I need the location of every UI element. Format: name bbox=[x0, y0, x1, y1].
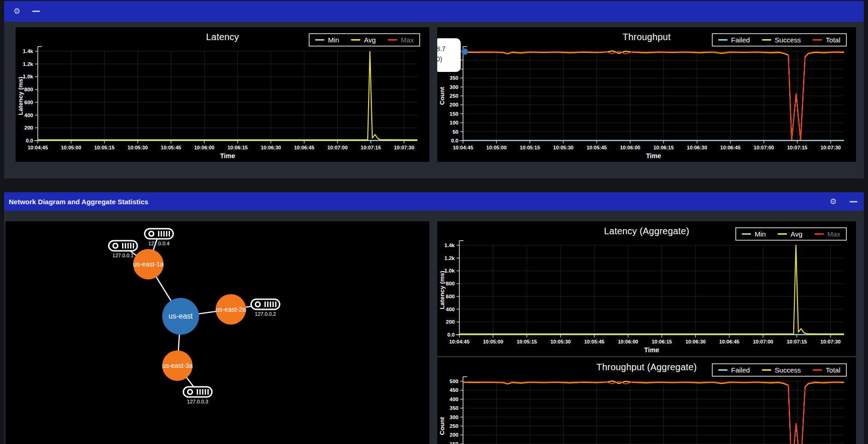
node-label: us-east-1a bbox=[133, 260, 164, 268]
svg-text:Latency (ms): Latency (ms) bbox=[439, 271, 446, 309]
svg-text:10:04:45: 10:04:45 bbox=[453, 145, 473, 150]
legend-label: Min bbox=[328, 36, 339, 44]
series-avg bbox=[459, 245, 844, 334]
legend-label: Avg bbox=[791, 230, 803, 238]
legend-item-success[interactable]: Success bbox=[762, 366, 801, 374]
svg-text:600: 600 bbox=[24, 100, 33, 105]
server-icon[interactable]: 127.0.0.2 bbox=[251, 299, 280, 317]
svg-text:10:07:15: 10:07:15 bbox=[787, 145, 807, 150]
svg-text:0.0: 0.0 bbox=[447, 332, 455, 337]
legend-label: Min bbox=[755, 230, 766, 238]
legend-item-total[interactable]: Total bbox=[813, 366, 840, 374]
svg-text:100: 100 bbox=[450, 120, 458, 125]
svg-text:450: 450 bbox=[450, 387, 458, 393]
svg-text:10:05:45: 10:05:45 bbox=[584, 339, 604, 344]
series-total bbox=[463, 381, 844, 444]
svg-text:400: 400 bbox=[24, 112, 33, 118]
svg-text:Latency (ms): Latency (ms) bbox=[17, 77, 24, 115]
network-node-us-east-1a[interactable]: us-east-1a bbox=[133, 249, 164, 279]
legend-swatch bbox=[815, 233, 824, 235]
server-icon[interactable]: 127.0.0.4 bbox=[145, 229, 173, 246]
legend-item-min[interactable]: Min bbox=[742, 230, 766, 238]
svg-text:10:05:45: 10:05:45 bbox=[161, 145, 181, 150]
throughput-aggregate-chart-card: Throughput (Aggregate) FailedSuccessTota… bbox=[437, 357, 856, 444]
svg-text:1.0k: 1.0k bbox=[23, 74, 34, 79]
chart-legend: MinAvgMax bbox=[735, 227, 847, 241]
svg-text:0.0: 0.0 bbox=[451, 138, 458, 143]
legend-item-avg[interactable]: Avg bbox=[351, 36, 376, 44]
svg-text:1.2k: 1.2k bbox=[445, 255, 455, 261]
throughput-chart-card: Throughput FailedSuccessTotal 0.05010015… bbox=[437, 27, 856, 162]
legend-label: Success bbox=[775, 366, 801, 374]
legend-item-max[interactable]: Max bbox=[815, 230, 840, 238]
server-icon[interactable]: 127.0.0.3 bbox=[183, 387, 212, 404]
network-diagram-card: 127.0.0.1127.0.0.4127.0.0.2127.0.0.3us-e… bbox=[6, 221, 429, 444]
svg-text:10:06:15: 10:06:15 bbox=[228, 145, 248, 150]
svg-text:500: 500 bbox=[450, 379, 458, 384]
legend-item-failed[interactable]: Failed bbox=[718, 36, 750, 44]
node-label: us-east-2a bbox=[216, 306, 246, 313]
legend-swatch bbox=[813, 39, 822, 41]
svg-text:Count: Count bbox=[439, 87, 446, 105]
legend-item-total[interactable]: Total bbox=[813, 36, 840, 44]
chart-legend: FailedSuccessTotal bbox=[712, 33, 847, 47]
svg-text:10:05:15: 10:05:15 bbox=[94, 145, 115, 150]
gear-icon[interactable]: ⚙ bbox=[830, 198, 837, 206]
svg-text:200: 200 bbox=[24, 125, 33, 130]
svg-text:10:06:15: 10:06:15 bbox=[653, 145, 674, 150]
server-icon[interactable]: 127.0.0.1 bbox=[109, 241, 137, 258]
legend-swatch bbox=[778, 233, 787, 235]
legend-label: Failed bbox=[731, 36, 750, 44]
legend-swatch bbox=[351, 39, 360, 41]
svg-text:10:07:30: 10:07:30 bbox=[394, 145, 414, 150]
svg-text:10:06:00: 10:06:00 bbox=[618, 339, 638, 344]
node-label: us-east-3a bbox=[162, 362, 193, 369]
panel-timeseries-header: ⚙ bbox=[4, 1, 864, 22]
throughput-chart-plot[interactable]: 0.05010015020025030035040045050010:04:45… bbox=[437, 27, 856, 162]
legend-item-avg[interactable]: Avg bbox=[778, 230, 803, 238]
svg-text:1.4k: 1.4k bbox=[23, 48, 34, 54]
svg-text:10:06:00: 10:06:00 bbox=[620, 145, 640, 150]
legend-item-failed[interactable]: Failed bbox=[718, 366, 750, 374]
svg-text:10:07:30: 10:07:30 bbox=[821, 339, 841, 344]
svg-text:10:06:30: 10:06:30 bbox=[686, 339, 706, 344]
svg-text:800: 800 bbox=[446, 281, 455, 286]
svg-text:800: 800 bbox=[24, 87, 33, 92]
network-diagram[interactable]: 127.0.0.1127.0.0.4127.0.0.2127.0.0.3us-e… bbox=[6, 221, 429, 444]
series-success bbox=[463, 51, 844, 140]
node-label: us-east bbox=[169, 312, 193, 320]
svg-text:0.0: 0.0 bbox=[26, 138, 33, 143]
svg-text:200: 200 bbox=[450, 432, 458, 438]
legend-label: Total bbox=[826, 366, 840, 374]
legend-item-success[interactable]: Success bbox=[762, 36, 801, 44]
svg-text:250: 250 bbox=[450, 93, 458, 99]
network-node-us-east-3a[interactable]: us-east-3a bbox=[162, 350, 193, 381]
svg-text:10:06:45: 10:06:45 bbox=[719, 339, 739, 344]
legend-label: Avg bbox=[364, 36, 376, 44]
svg-text:300: 300 bbox=[450, 414, 458, 420]
svg-text:10:05:15: 10:05:15 bbox=[520, 145, 540, 150]
svg-text:10:07:15: 10:07:15 bbox=[786, 339, 807, 344]
svg-text:1.2k: 1.2k bbox=[23, 61, 34, 67]
latency-aggregate-plot[interactable]: 0.02004006008001.0k1.2k1.4k10:04:4510:05… bbox=[437, 221, 856, 356]
legend-item-max[interactable]: Max bbox=[388, 36, 414, 44]
svg-text:10:04:45: 10:04:45 bbox=[28, 145, 48, 150]
collapse-icon[interactable] bbox=[32, 11, 40, 12]
legend-label: Max bbox=[827, 230, 840, 238]
svg-text:10:07:30: 10:07:30 bbox=[821, 145, 841, 150]
svg-text:10:05:00: 10:05:00 bbox=[483, 339, 503, 344]
legend-swatch bbox=[718, 369, 727, 371]
gear-icon[interactable]: ⚙ bbox=[13, 7, 20, 15]
svg-text:10:05:45: 10:05:45 bbox=[586, 145, 607, 150]
legend-item-min[interactable]: Min bbox=[315, 36, 339, 44]
latency-chart-plot[interactable]: 0.02004006008001.0k1.2k1.4k10:04:4510:05… bbox=[16, 27, 429, 162]
svg-text:150: 150 bbox=[450, 111, 458, 117]
chart-legend: MinAvgMax bbox=[309, 33, 420, 47]
legend-label: Failed bbox=[731, 366, 750, 374]
network-node-us-east[interactable]: us-east bbox=[162, 298, 199, 335]
network-node-us-east-2a[interactable]: us-east-2a bbox=[216, 294, 246, 325]
svg-text:150: 150 bbox=[450, 441, 458, 444]
svg-text:10:05:00: 10:05:00 bbox=[487, 145, 507, 150]
collapse-icon[interactable] bbox=[850, 201, 857, 202]
svg-text:200: 200 bbox=[446, 319, 455, 325]
